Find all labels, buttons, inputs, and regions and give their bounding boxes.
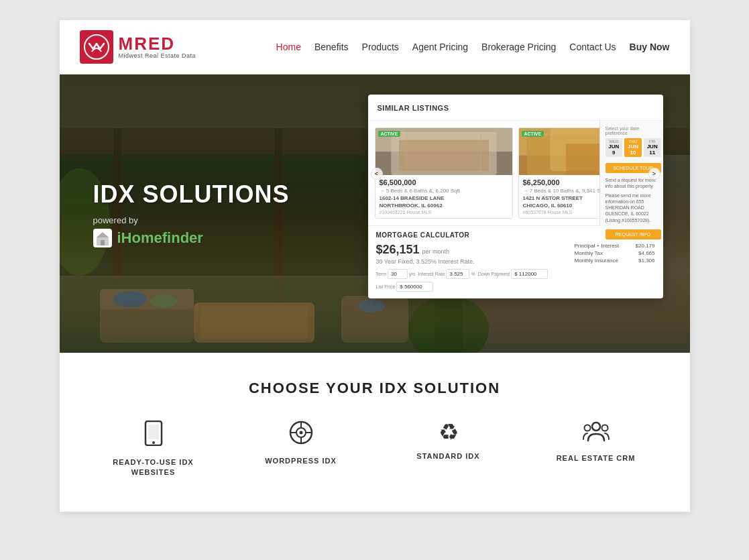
principal-value: $20,179: [636, 243, 655, 249]
floating-panel: SIMILAR LISTINGS < ACTIVE: [368, 95, 663, 298]
ihomefinder-logo: iHomefinder: [93, 229, 290, 247]
date-wed[interactable]: WED JUN 9: [606, 138, 623, 157]
mred-logo-icon: [80, 30, 113, 64]
logo-area: MRED Midwest Real Estate Data: [80, 30, 196, 64]
listing-card-1[interactable]: ACTIVE $6,500,000: [375, 127, 513, 219]
date-thu[interactable]: THU JUN 10: [624, 138, 642, 157]
site-header: MRED Midwest Real Estate Data Home Benef…: [60, 20, 690, 74]
svg-point-45: [152, 441, 155, 444]
choose-section: CHOOSE YOUR IDX SOLUTION Ready-To-Use ID…: [60, 353, 690, 512]
date-picker-label: Select your date preference: [606, 126, 661, 135]
solution-standard-idx[interactable]: ♻ STANDARD IDX: [395, 421, 502, 478]
mortgage-row-principal: Principal + Interest $20,179: [575, 243, 655, 249]
mortgage-field-price: List Price: [376, 282, 434, 292]
tax-value: $4,665: [638, 250, 654, 256]
mortgage-per: per month: [422, 248, 450, 255]
solution-label-crm: REAL ESTATE CRM: [557, 453, 636, 463]
svg-rect-32: [101, 240, 105, 245]
mortgage-amount: $26,151: [376, 243, 420, 257]
panel-title: SIMILAR LISTINGS: [378, 104, 449, 112]
solution-label-wordpress: WordPress IDX: [265, 456, 337, 466]
listings-area: < ACTIVE: [368, 121, 663, 226]
list-price-input[interactable]: [396, 282, 433, 292]
mortgage-row-tax: Monthly Tax $4,665: [575, 250, 655, 256]
insurance-label: Monthly Insurance: [575, 258, 618, 264]
tax-label: Monthly Tax: [575, 250, 603, 256]
mortgage-fields: Term yrs Interest Rate %: [376, 269, 561, 292]
listing-price-1: $6,500,000: [380, 178, 508, 186]
logo-subtitle: Midwest Real Estate Data: [119, 52, 196, 59]
panel-header: SIMILAR LISTINGS: [368, 95, 663, 121]
hero-content: IDX SOLUTIONS powered by iHomefinder: [93, 180, 290, 247]
choose-title: CHOOSE YOUR IDX SOLUTION: [80, 380, 670, 397]
insurance-value: $1,306: [638, 258, 654, 264]
listing-img-1: ACTIVE: [376, 128, 512, 175]
listing-info-1: $6,500,000 → 5 Beds & 6 Baths &, 6,200 S…: [376, 175, 512, 218]
mortgage-amount-area: $26,151 per month: [376, 243, 561, 258]
mortgage-field-rate: Interest Rate %: [418, 269, 475, 279]
send-text: Please send me more information on 655 S…: [606, 192, 661, 223]
wordpress-icon: [289, 421, 313, 448]
mortgage-field-term: Term yrs: [376, 269, 416, 279]
mobile-icon: [143, 421, 164, 449]
solution-label-websites: Ready-To-Use IDX Websites: [100, 457, 207, 478]
mortgage-rate: 30 Year Fixed, 3.525% Interest Rate.: [376, 258, 561, 265]
date-fri[interactable]: FRI JUN 11: [644, 138, 661, 157]
mortgage-content: $26,151 per month 30 Year Fixed, 3.525% …: [376, 243, 655, 292]
nav-buy-now[interactable]: Buy Now: [630, 39, 670, 55]
listing-details-1: → 5 Beds & 6 Baths &, 6,200 Sqft: [380, 188, 508, 194]
svg-point-54: [584, 425, 590, 431]
svg-marker-31: [97, 232, 109, 237]
mortgage-row-insurance: Monthly Insurance $1,306: [575, 258, 655, 264]
ihf-icon: [93, 229, 112, 247]
principal-label: Principal + Interest: [575, 243, 619, 249]
term-input[interactable]: [388, 269, 408, 279]
nav-brokerage-pricing[interactable]: Brokerage Pricing: [481, 39, 556, 55]
nav-products[interactable]: Products: [362, 39, 399, 55]
listing-id-1: #100463221 House MLS: [380, 210, 508, 215]
listing-address-city-1: NORTHBROOK, IL 60062: [380, 203, 508, 209]
next-arrow[interactable]: >: [648, 168, 660, 180]
listing-badge-2: ACTIVE: [522, 131, 544, 137]
nav-benefits[interactable]: Benefits: [314, 39, 349, 55]
hero-powered: powered by: [93, 215, 290, 225]
recycle-icon: ♻: [439, 421, 459, 443]
svg-point-48: [299, 431, 302, 435]
date-row: WED JUN 9 THU JUN 10 FRI JUN 11: [606, 138, 661, 157]
hero-title: IDX SOLUTIONS: [93, 180, 290, 209]
prev-arrow[interactable]: <: [371, 168, 383, 180]
listing-address-1: 1602-14 BRAESIDE LANE: [380, 195, 508, 201]
logo-text-group: MRED Midwest Real Estate Data: [119, 35, 196, 59]
nav-agent-pricing[interactable]: Agent Pricing: [412, 39, 468, 55]
people-icon: [583, 421, 610, 445]
svg-point-53: [592, 423, 600, 431]
nav-home[interactable]: Home: [276, 39, 301, 55]
mortgage-left: $26,151 per month 30 Year Fixed, 3.525% …: [376, 243, 561, 292]
solution-websites[interactable]: Ready-To-Use IDX Websites: [100, 421, 207, 478]
nav-contact-us[interactable]: Contact Us: [569, 39, 616, 55]
down-payment-input[interactable]: [511, 269, 548, 279]
main-container: MRED Midwest Real Estate Data Home Benef…: [60, 20, 690, 512]
svg-point-55: [601, 425, 608, 431]
ihf-name: iHomefinder: [117, 229, 203, 247]
main-nav: Home Benefits Products Agent Pricing Bro…: [276, 39, 670, 55]
solution-label-idx: STANDARD IDX: [416, 451, 479, 461]
hero-section: IDX SOLUTIONS powered by iHomefinder SIM…: [60, 74, 690, 353]
solution-crm[interactable]: REAL ESTATE CRM: [542, 421, 650, 478]
listing-badge-1: ACTIVE: [378, 131, 401, 137]
logo-brand: MRED: [119, 35, 196, 52]
page-wrapper: MRED Midwest Real Estate Data Home Benef…: [0, 0, 749, 560]
svg-rect-44: [148, 425, 159, 439]
solutions-grid: Ready-To-Use IDX Websites WordPress IDX …: [80, 421, 670, 478]
mortgage-field-down: Down Payment: [478, 269, 548, 279]
rate-input[interactable]: [446, 269, 469, 279]
solution-wordpress[interactable]: WordPress IDX: [247, 421, 355, 478]
request-info-button[interactable]: REQUEST INFO: [606, 229, 661, 239]
svg-rect-36: [398, 140, 488, 172]
mortgage-breakdown: Principal + Interest $20,179 Monthly Tax…: [575, 243, 655, 292]
